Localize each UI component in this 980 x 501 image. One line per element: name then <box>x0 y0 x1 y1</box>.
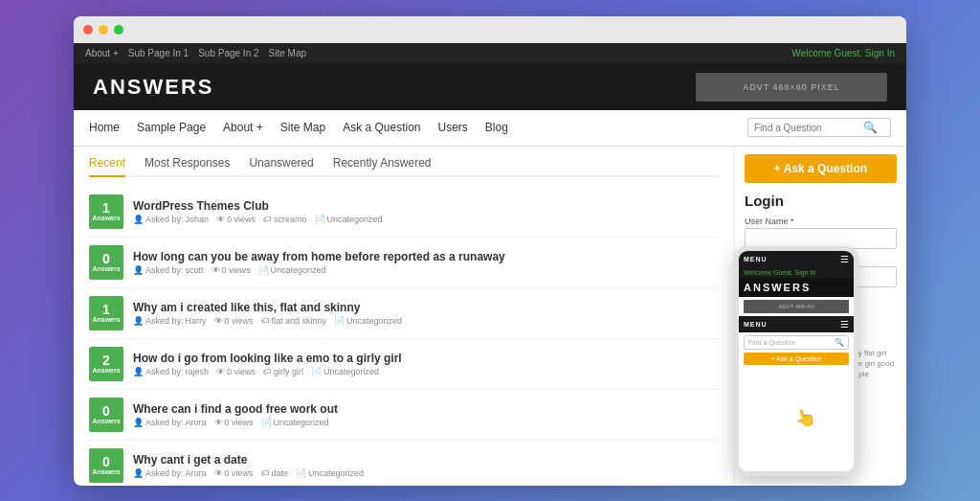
topbar-sitemap[interactable]: Site Map <box>269 48 306 58</box>
answer-count-badge: 1 Answers <box>89 194 123 229</box>
username-label: User Name * <box>745 216 897 226</box>
question-meta: 👤 Asked by: Arora 👁 0 views 🏷 date 📄 Unc… <box>133 468 719 478</box>
mobile-ad-text: ADVT 468×60 <box>778 304 814 309</box>
hamburger-icon[interactable]: ☰ <box>840 254 849 264</box>
question-title[interactable]: How do i go from looking like a emo to a… <box>133 352 719 365</box>
browser-body: About + Sub Page In 1 Sub Page In 2 Site… <box>74 43 906 486</box>
topbar-nav: About + Sub Page In 1 Sub Page In 2 Site… <box>85 48 306 58</box>
tab-recent[interactable]: Recent <box>89 156 125 177</box>
answer-count-badge: 0 Answers <box>89 398 123 432</box>
mobile-ad: ADVT 468×60 <box>744 300 849 313</box>
question-info: How long can you be away from home befor… <box>133 250 719 275</box>
category: 📄 Uncategorized <box>296 468 364 478</box>
tag: 🏷 date <box>261 468 289 478</box>
table-row: 1 Answers WordPress Themes Club 👤 Asked … <box>89 187 719 238</box>
nav-bar: Home Sample Page About + Site Map Ask a … <box>74 110 906 147</box>
question-title[interactable]: Why cant i get a date <box>133 453 719 467</box>
question-info: Why cant i get a date 👤 Asked by: Arora … <box>133 453 719 478</box>
category: 📄 Uncategorized <box>334 316 402 326</box>
answer-count-badge: 0 Answers <box>89 245 123 280</box>
nav-ask[interactable]: Ask a Question <box>343 121 420 134</box>
mobile-ask-button[interactable]: + Ask a Question <box>744 353 849 365</box>
views: 👁 0 views <box>216 367 256 376</box>
answer-count-badge: 0 Answers <box>89 448 123 483</box>
mobile-topbar: MENU ☰ <box>739 251 854 267</box>
question-meta: 👤 Asked by: scott 👁 0 views 📄 Uncategori… <box>133 265 719 275</box>
tab-unanswered[interactable]: Unanswered <box>249 156 313 177</box>
mobile-welcome: Welcome Guest. Sign In <box>739 267 854 278</box>
tag: 🏷 screamo <box>263 215 307 224</box>
views: 👁 0 views <box>212 265 251 275</box>
mobile-search-bar[interactable]: Find a Question 🔍 <box>744 335 849 350</box>
nav-home[interactable]: Home <box>89 121 120 134</box>
category: 📄 Uncategorized <box>315 215 383 224</box>
category: 📄 Uncategorized <box>311 367 379 376</box>
asked-by: 👤 Asked by: Arora <box>133 468 207 478</box>
nav-users[interactable]: Users <box>438 121 468 134</box>
question-meta: 👤 Asked by: rajesh 👁 0 views 🏷 girly gir… <box>133 367 719 376</box>
question-meta: 👤 Asked by: Harry 👁 0 views 🏷 flat and s… <box>133 316 719 326</box>
browser-chrome <box>74 16 906 43</box>
question-title[interactable]: Why am i created like this, flat and ski… <box>133 301 719 314</box>
search-bar[interactable]: 🔍 <box>747 118 891 137</box>
close-dot[interactable] <box>83 25 93 34</box>
nav-sample[interactable]: Sample Page <box>137 121 206 134</box>
views: 👁 0 views <box>214 468 254 478</box>
tag: 🏷 flat and skinny <box>261 316 327 326</box>
question-meta: 👤 Asked by: Johan 👁 0 views 🏷 screamo 📄 … <box>133 215 719 224</box>
topbar-signin[interactable]: Sign In <box>865 48 895 58</box>
question-title[interactable]: Where can i find a good free work out <box>133 402 719 416</box>
question-title[interactable]: WordPress Themes Club <box>133 199 719 213</box>
category: 📄 Uncategorized <box>258 265 326 275</box>
nav-blog[interactable]: Blog <box>485 121 508 134</box>
mobile-menu-label: MENU <box>744 256 768 262</box>
answer-count-badge: 2 Answers <box>89 347 123 381</box>
mobile-search-icon: 🔍 <box>835 338 844 347</box>
mobile-inner: MENU ☰ Welcome Guest. Sign In ANSWERS AD… <box>739 251 854 471</box>
maximize-dot[interactable] <box>114 25 123 34</box>
search-input[interactable] <box>754 123 859 133</box>
topbar-subpage2[interactable]: Sub Page In 2 <box>198 48 258 58</box>
nav-sitemap[interactable]: Site Map <box>280 121 325 134</box>
minimize-dot[interactable] <box>99 25 108 34</box>
mobile-menu-bar: MENU ☰ <box>739 316 854 332</box>
nav-links: Home Sample Page About + Site Map Ask a … <box>89 121 508 134</box>
mobile-mockup: MENU ☰ Welcome Guest. Sign In ANSWERS AD… <box>734 246 858 476</box>
site-title: ANSWERS <box>93 75 213 100</box>
table-row: 0 Answers How long can you be away from … <box>89 238 719 288</box>
mobile-menu-label2: MENU <box>744 321 768 328</box>
question-info: Why am i created like this, flat and ski… <box>133 301 719 326</box>
question-meta: 👤 Asked by: Arora 👁 0 views 📄 Uncategori… <box>133 418 719 427</box>
table-row: 0 Answers Where can i find a good free w… <box>89 390 719 441</box>
asked-by: 👤 Asked by: Harry <box>133 316 207 326</box>
answer-count-badge: 1 Answers <box>89 296 123 330</box>
site-header: ANSWERS ADVT 468×60 PIXEL <box>74 64 906 110</box>
views: 👁 0 views <box>214 316 254 326</box>
asked-by: 👤 Asked by: Johan <box>133 215 209 224</box>
content-area: Recent Most Responses Unanswered Recentl… <box>74 147 734 486</box>
asked-by: 👤 Asked by: rajesh <box>133 367 209 376</box>
tag: 🏷 girly girl <box>263 367 303 376</box>
mobile-title-bar: ANSWERS <box>739 278 854 297</box>
topbar-subpage1[interactable]: Sub Page In 1 <box>128 48 189 58</box>
search-icon: 🔍 <box>863 121 878 134</box>
views: 👁 0 views <box>216 215 256 224</box>
question-title[interactable]: How long can you be away from home befor… <box>133 250 719 263</box>
question-info: How do i go from looking like a emo to a… <box>133 352 719 376</box>
tab-recently-answered[interactable]: Recently Answered <box>333 156 432 177</box>
username-group: User Name * <box>745 216 897 249</box>
mobile-signin[interactable]: Sign In <box>795 269 816 276</box>
mobile-hamburger-icon2[interactable]: ☰ <box>840 319 849 330</box>
ask-question-button[interactable]: + Ask a Question <box>745 154 897 183</box>
topbar: About + Sub Page In 1 Sub Page In 2 Site… <box>74 43 906 64</box>
table-row: 1 Answers Why am i created like this, fl… <box>89 288 719 339</box>
mobile-site-title: ANSWERS <box>744 282 849 293</box>
mobile-search-placeholder: Find a Question <box>748 339 835 346</box>
ad-banner: ADVT 468×60 PIXEL <box>696 73 887 102</box>
question-tabs: Recent Most Responses Unanswered Recentl… <box>89 156 719 177</box>
category: 📄 Uncategorized <box>261 418 329 427</box>
table-row: 0 Answers Why cant i get a date 👤 Asked … <box>89 441 719 486</box>
tab-most-responses[interactable]: Most Responses <box>145 156 230 177</box>
nav-about[interactable]: About + <box>223 121 263 134</box>
topbar-about[interactable]: About + <box>85 48 119 58</box>
